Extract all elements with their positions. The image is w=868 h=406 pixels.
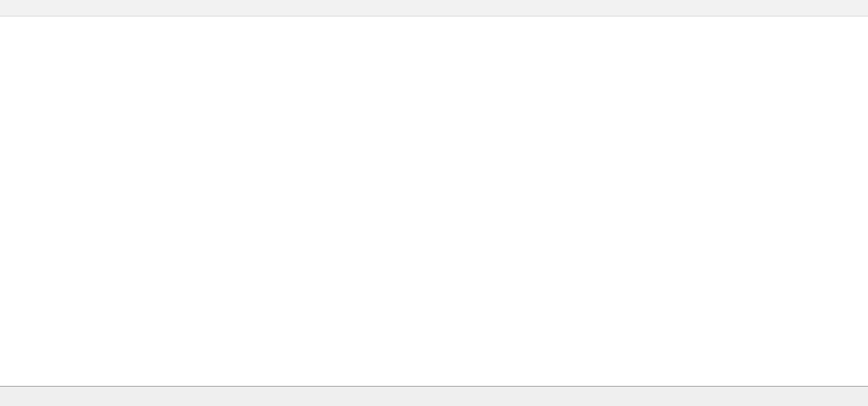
- symbol-tabbar: [0, 386, 868, 406]
- chart-canvas[interactable]: [0, 0, 868, 406]
- timeframe-toolbar: [0, 0, 868, 16]
- trading-app: [0, 0, 868, 406]
